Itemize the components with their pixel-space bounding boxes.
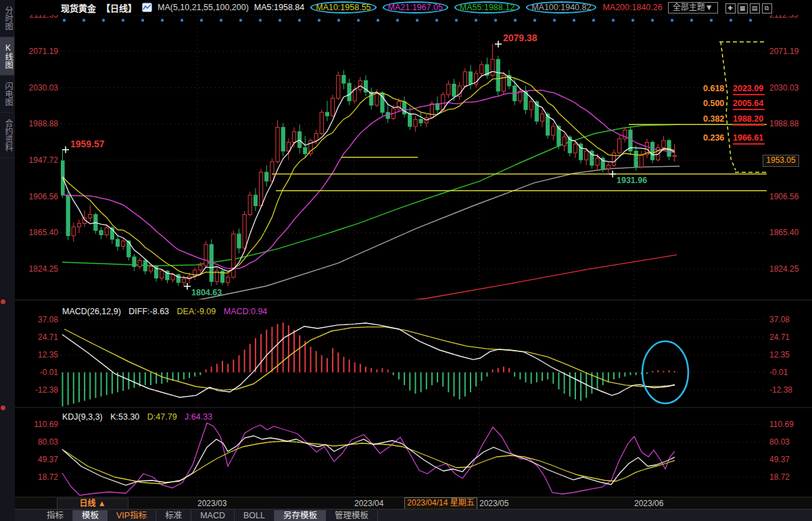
chart-canvas[interactable] (0, 0, 812, 521)
event-dot (553, 19, 556, 22)
candle-body (408, 114, 412, 126)
candle-body (320, 112, 323, 133)
chart-line (62, 124, 679, 266)
date-axis-label: 2023/05 (479, 499, 508, 508)
ma-value-label: MA100:1940.82 (526, 1, 596, 14)
event-dot (690, 19, 693, 22)
candle-body (66, 195, 70, 236)
event-dot (337, 19, 340, 22)
candle-body (650, 143, 654, 160)
chart-line (62, 423, 675, 495)
crosshair-date-label: 2023/04/14 星期五 (404, 497, 477, 510)
sidebar-tab-合约资料[interactable]: 合约资料 (0, 113, 14, 158)
candle-body (138, 260, 141, 266)
event-dot (63, 19, 66, 22)
sidebar-tab-K线图[interactable]: K线图 (0, 37, 14, 76)
event-dot (730, 19, 732, 22)
sidebar-tab-闪电图[interactable]: 闪电图 (0, 76, 14, 113)
bottom-tab-另存模板[interactable]: 另存模板 (274, 510, 326, 521)
pane-splitter-handle[interactable] (1, 405, 5, 410)
candle-body (348, 83, 351, 101)
candle-body (673, 155, 676, 157)
candle-body (447, 84, 450, 95)
candle-body (563, 137, 566, 146)
macd-macd: MACD:0.94 (224, 307, 268, 316)
chart-line (63, 77, 675, 275)
all-themes-button[interactable]: 全部主题▼ (668, 2, 718, 14)
candle-body (585, 151, 588, 160)
candle-body (226, 277, 230, 282)
candle-body (89, 215, 92, 218)
app-window: 2112.352071.192030.031988.881947.721906.… (0, 0, 812, 521)
macd-diff: DIFF:-8.63 (128, 307, 169, 316)
candle-body (276, 127, 279, 162)
indicator-pane-icon[interactable]: ▤ (750, 3, 760, 14)
candle-body (634, 151, 638, 167)
date-axis-label: 2023/03 (197, 499, 226, 508)
event-dot (612, 19, 615, 22)
event-dot (259, 19, 262, 22)
kdj-d: D:47.79 (147, 412, 177, 422)
ma-values: MA5:1958.84MA10:1958.55MA21:1967.05MA55:… (254, 1, 663, 14)
ma-value-label: MA10:1958.55 (310, 1, 376, 14)
pane-splitter-handle[interactable] (1, 299, 5, 304)
candle-body (606, 165, 610, 168)
candle-body (160, 271, 164, 278)
candle-body (105, 228, 108, 234)
candle-body (265, 172, 268, 181)
macd-name: MACD(26,12,9) (62, 307, 121, 316)
sidebar-tab-分时图[interactable]: 分时图 (0, 0, 14, 37)
current-price-tag: 1953.05 (763, 155, 799, 167)
event-dot (396, 19, 399, 22)
candle-body (122, 241, 125, 247)
date-axis-label: 2023/06 (634, 499, 663, 508)
bottom-tab-BOLL[interactable]: BOLL (235, 510, 274, 521)
ma-config-label: MA(5,10,21,55,100,200) (158, 3, 249, 12)
bottom-tab-模板[interactable]: 模板 (73, 510, 108, 521)
candle-body (430, 103, 433, 118)
candle-body (596, 158, 599, 165)
event-dot (102, 19, 105, 22)
candle-body (529, 102, 533, 110)
candle-body (331, 98, 334, 116)
bottom-tab-指标[interactable]: 指标 (38, 510, 73, 521)
candle-body (496, 59, 500, 91)
candle-body (640, 155, 643, 167)
candle-body (375, 93, 379, 105)
bottom-tab-VIP指标[interactable]: VIP指标 (108, 510, 156, 521)
chart-line (721, 42, 736, 170)
bottom-tab-标准[interactable]: 标准 (156, 510, 191, 521)
event-dot (435, 19, 438, 22)
symbol-name: 现货黄金 (61, 1, 96, 14)
ma-value-label: MA21:1967.05 (383, 1, 448, 14)
candle-body (243, 215, 246, 249)
event-dot (279, 19, 281, 22)
ma-value-label: MA5:1958.84 (254, 3, 304, 12)
candle-body (612, 153, 615, 165)
candle-body (237, 234, 241, 248)
event-dot (749, 19, 752, 22)
event-dot (710, 19, 713, 22)
candle-body (259, 172, 262, 206)
candle-body (414, 120, 417, 126)
pane-layout-icon[interactable]: ▦ (738, 3, 748, 14)
left-sidebar: 分时图K线图闪电图合约资料 (0, 0, 15, 521)
bottom-tab-管理模板[interactable]: 管理模板 (326, 510, 378, 521)
kdj-j: J:64.33 (185, 412, 212, 422)
candle-body (281, 127, 285, 151)
chart-line (284, 255, 677, 314)
candle-body (403, 102, 406, 114)
candle-body (552, 126, 555, 135)
candle-body (99, 230, 103, 235)
candle-body (618, 139, 621, 153)
bottom-tab-MACD[interactable]: MACD (191, 510, 235, 521)
macd-header: MACD(26,12,9) DIFF:-8.63 DEA:-9.09 MACD:… (62, 307, 267, 316)
candle-body (133, 257, 136, 266)
candle-body (304, 147, 307, 153)
crosshair-icon[interactable]: ✚ (725, 3, 736, 14)
detach-window-icon[interactable]: ⧉ (762, 3, 772, 14)
date-axis-bar: 日线 ▲ 2023/04/14 星期五 2023/032023/042023/0… (15, 497, 812, 510)
candle-body (662, 141, 665, 147)
period-selector[interactable]: 日线 ▲ (57, 498, 128, 510)
event-dot (377, 19, 379, 22)
